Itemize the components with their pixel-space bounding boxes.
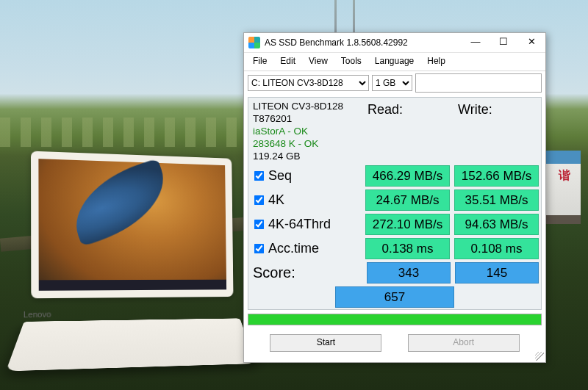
titlebar[interactable]: AS SSD Benchmark 1.8.5608.42992 — ☐ ✕: [244, 33, 545, 53]
menubar: File Edit View Tools Language Help: [244, 53, 545, 71]
header-read: Read:: [360, 98, 451, 164]
as-ssd-window: AS SSD Benchmark 1.8.5608.42992 — ☐ ✕ Fi…: [243, 32, 546, 363]
drive-firmware: T876201: [253, 113, 356, 126]
k4-write: 35.51 MB/s: [454, 189, 539, 211]
row-acc-time: Acc.time 0.138 ms 0.108 ms: [248, 236, 541, 261]
window-title: AS SSD Benchmark 1.8.5608.42992: [265, 37, 462, 48]
header-write: Write:: [451, 98, 541, 164]
button-row: Start Abort: [244, 328, 545, 362]
row-4k-64thrd: 4K-64Thrd 272.10 MB/s 94.63 MB/s: [248, 212, 541, 236]
resize-grip-icon[interactable]: [535, 352, 544, 361]
laptop-wallpaper: [38, 159, 226, 291]
row-4k: 4K 24.67 MB/s 35.51 MB/s: [248, 188, 541, 212]
size-select[interactable]: 1 GB: [372, 75, 412, 91]
checkbox-acc[interactable]: [254, 244, 265, 254]
laptop-keyboard: [6, 318, 256, 371]
abort-button[interactable]: Abort: [408, 334, 520, 352]
progress-fill: [248, 314, 541, 325]
menu-language[interactable]: Language: [369, 54, 420, 68]
acc-read: 0.138 ms: [365, 238, 450, 259]
laptop-taskbar: [39, 280, 226, 291]
checkbox-4k[interactable]: [254, 195, 265, 206]
drive-capacity: 119.24 GB: [253, 151, 356, 163]
checkbox-4k64[interactable]: [254, 220, 265, 230]
drive-driver: iaStorA - OK: [253, 126, 356, 138]
laptop: Lenovo: [15, 151, 254, 390]
checkbox-seq[interactable]: [254, 171, 265, 181]
feather-graphic: [62, 158, 177, 247]
menu-tools[interactable]: Tools: [335, 54, 368, 68]
minimize-button[interactable]: —: [462, 33, 490, 52]
k4t-write: 94.63 MB/s: [454, 214, 539, 235]
menu-edit[interactable]: Edit: [274, 54, 301, 68]
close-button[interactable]: ✕: [517, 33, 545, 52]
status-textbox[interactable]: [415, 73, 542, 93]
menu-file[interactable]: File: [247, 54, 273, 68]
k4t-read: 272.10 MB/s: [365, 214, 450, 235]
label-4k: 4K: [268, 192, 284, 208]
maximize-button[interactable]: ☐: [490, 33, 517, 52]
seq-write: 152.66 MB/s: [454, 165, 539, 187]
score-read: 343: [367, 262, 451, 284]
menu-view[interactable]: View: [303, 54, 334, 68]
label-seq: Seq: [268, 168, 292, 184]
label-acc: Acc.time: [268, 241, 319, 256]
progress-bar: [248, 314, 542, 325]
score-total: 657: [335, 286, 454, 308]
start-button[interactable]: Start: [270, 334, 381, 352]
drive-info: LITEON CV3-8D128 T876201 iaStorA - OK 28…: [248, 98, 360, 164]
laptop-brand: Lenovo: [24, 309, 51, 319]
row-score-total: 657: [248, 285, 541, 309]
app-icon: [248, 37, 260, 48]
label-4k64: 4K-64Thrd: [268, 217, 331, 232]
menu-help[interactable]: Help: [421, 54, 451, 68]
laptop-screen-bezel: [31, 151, 233, 299]
results-panel: LITEON CV3-8D128 T876201 iaStorA - OK 28…: [248, 97, 542, 310]
acc-write: 0.108 ms: [454, 238, 539, 259]
drive-model: LITEON CV3-8D128: [253, 101, 356, 113]
drive-alignment: 283648 K - OK: [253, 138, 356, 151]
row-seq: Seq 466.29 MB/s 152.66 MB/s: [248, 164, 541, 188]
drive-select[interactable]: C: LITEON CV3-8D128: [248, 75, 369, 91]
k4-read: 24.67 MB/s: [365, 189, 450, 211]
seq-read: 466.29 MB/s: [365, 165, 450, 187]
row-score: Score: 343 145: [248, 261, 541, 285]
score-write: 145: [455, 262, 539, 284]
score-label: Score:: [248, 261, 365, 285]
toolbar: C: LITEON CV3-8D128 1 GB: [244, 71, 545, 95]
info-header-row: LITEON CV3-8D128 T876201 iaStorA - OK 28…: [248, 98, 541, 164]
